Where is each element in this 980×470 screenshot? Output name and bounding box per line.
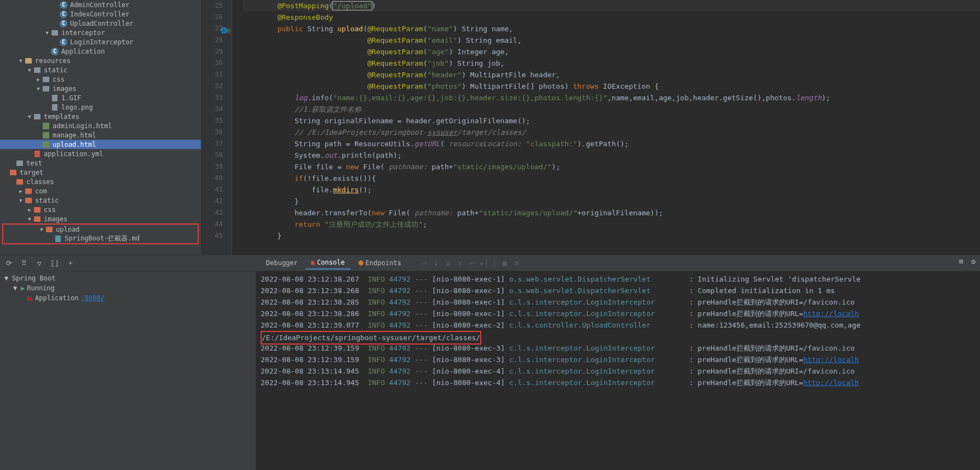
log-line[interactable]: 2022-08-08 23:12:38.268 INFO 44792 --- [… [261, 285, 976, 296]
gutter-line[interactable]: 25 [201, 0, 223, 12]
code-line[interactable]: header.transferTo(new File( pathname: pa… [243, 207, 980, 219]
code-line[interactable]: return "注册用户成功/文件上传成功"; [243, 219, 980, 230]
tab-debugger[interactable]: Debugger [261, 257, 303, 269]
tree-item-resources[interactable]: ▼resources [0, 56, 201, 65]
tree-item-UploadController[interactable]: UploadController [0, 19, 201, 28]
gutter-line[interactable]: 38 [201, 150, 223, 161]
run-status[interactable]: ▼▶ Running [4, 283, 251, 293]
code-line[interactable]: log.info("name:{},email:{},age:{},job:{}… [243, 92, 980, 104]
code-line[interactable]: File file = new File( pathname: path+"st… [243, 161, 980, 173]
log-line[interactable]: /E:/IdeaProjects/springboot-sysuser/targ… [261, 331, 976, 342]
code-line[interactable]: String path = ResourceUtils.getURL( reso… [243, 138, 980, 150]
log-line[interactable]: 2022-08-08 23:13:14.945 INFO 44792 --- [… [261, 365, 976, 377]
expand-arrow-icon[interactable]: ▶ [26, 207, 33, 213]
expand-arrow-icon[interactable]: ▼ [26, 67, 33, 73]
tree-item-logo-png[interactable]: logo.png [0, 102, 201, 112]
log-line[interactable]: 2022-08-08 23:12:38.286 INFO 44792 --- [… [261, 308, 976, 319]
code-line[interactable]: @RequestParam("age") Integer age, [243, 46, 980, 58]
drop-frame-icon[interactable]: ⤺ [468, 259, 477, 267]
tree-item-test[interactable]: test [0, 158, 201, 168]
filter-icon[interactable]: ▽ [35, 259, 44, 267]
gutter-line[interactable]: 37 [201, 138, 223, 150]
log-line[interactable]: 2022-08-08 23:12:39.159 INFO 44792 --- [… [261, 342, 976, 354]
expand-arrow-icon[interactable]: ▼ [26, 216, 33, 222]
log-line[interactable]: 2022-08-08 23:13:14.945 INFO 44792 --- [… [261, 377, 976, 388]
console-output[interactable]: 2022-08-08 23:12:38.267 INFO 44792 --- [… [256, 271, 980, 470]
tree-item-IndexController[interactable]: IndexController [0, 9, 201, 19]
gutter-line[interactable]: 30 [201, 58, 223, 69]
url-link[interactable]: http://localh [803, 379, 859, 387]
tree-item-Application[interactable]: Application [0, 47, 201, 56]
code-line[interactable]: @PostMapping("/upload") [243, 0, 980, 12]
bookmark-icon[interactable]: ⟦⟧ [50, 259, 59, 267]
expand-arrow-icon[interactable]: ▼ [26, 114, 33, 119]
code-line[interactable]: String originalFilename = header.getOrig… [243, 115, 980, 127]
tree-item-css[interactable]: ▶css [0, 74, 201, 84]
code-line[interactable]: } [243, 196, 980, 207]
code-line[interactable]: if(!file.exists()){ [243, 173, 980, 184]
gutter-line[interactable]: 35 [201, 115, 223, 127]
tree-item-com[interactable]: ▶com [0, 186, 201, 196]
code-line[interactable]: @ResponseBody [243, 12, 980, 23]
tree-item-static[interactable]: ▼static [0, 65, 201, 74]
tree-item-SpringBoot-md[interactable]: SpringBoot-拦截器.md [3, 234, 198, 243]
tab-console[interactable]: ▣ Console [305, 256, 350, 270]
run-root[interactable]: ▼Spring Boot [4, 273, 251, 283]
url-link[interactable]: http://localh [803, 309, 859, 318]
tree-item-upload-html[interactable]: upload.html [0, 140, 201, 149]
tree-item-target[interactable]: target [0, 168, 201, 177]
step-out-icon[interactable]: ↑ [456, 259, 465, 267]
gutter-line[interactable]: 32 [201, 81, 223, 92]
code-area[interactable]: @PostMapping("/upload") @ResponseBody pu… [232, 0, 980, 255]
tree-item-templates[interactable]: ▼templates [0, 112, 201, 121]
gutter-line[interactable]: 44 [201, 219, 223, 230]
tree-item-css[interactable]: ▶css [0, 205, 201, 214]
gutter-line[interactable]: 29 [201, 46, 223, 58]
code-editor[interactable]: 252627🌐@28293031323334353637383940414243… [201, 0, 980, 255]
code-line[interactable]: file.mkdirs(); [243, 184, 980, 196]
run-app[interactable]: Application :8080/ [4, 293, 251, 303]
tree-item-upload[interactable]: ▼upload [3, 225, 198, 234]
gutter-line[interactable]: 27🌐@ [201, 23, 223, 35]
code-line[interactable]: public String upload(@RequestParam("name… [243, 23, 980, 35]
run-tree[interactable]: ▼Spring Boot ▼▶ Running Application :808… [0, 271, 256, 470]
code-line[interactable]: @RequestParam("header") MultipartFile he… [243, 69, 980, 81]
threads-icon[interactable]: ⠿ [20, 259, 28, 267]
port-link[interactable]: :8080/ [80, 294, 104, 302]
tree-item-interceptor[interactable]: ▼interceptor [0, 28, 201, 37]
code-line[interactable]: @RequestParam("photos") MultipartFile[] … [243, 81, 980, 92]
gutter-line[interactable]: 31 [201, 69, 223, 81]
log-line[interactable]: 2022-08-08 23:12:39.159 INFO 44792 --- [… [261, 354, 976, 365]
step-into-icon[interactable]: ↓ [432, 259, 441, 267]
url-link[interactable]: http://localh [803, 356, 859, 364]
tree-item-classes[interactable]: classes [0, 177, 201, 186]
tree-item-images[interactable]: ▼images [0, 84, 201, 93]
tree-item-AdminController[interactable]: AdminController [0, 0, 201, 9]
expand-arrow-icon[interactable]: ▼ [44, 30, 50, 36]
gutter-line[interactable]: 34 [201, 104, 223, 115]
code-line[interactable]: @RequestParam("job") String job, [243, 58, 980, 69]
log-line[interactable]: 2022-08-08 23:12:38.285 INFO 44792 --- [… [261, 296, 976, 308]
gutter-line[interactable]: 28 [201, 35, 223, 46]
gutter-line[interactable]: 39 [201, 161, 223, 173]
gutter-line[interactable]: 43 [201, 207, 223, 219]
log-line[interactable]: 2022-08-08 23:12:38.267 INFO 44792 --- [… [261, 273, 976, 285]
code-line[interactable]: // /E:/IdeaProjects/springboot-sysuser/t… [243, 127, 980, 138]
evaluate-icon[interactable]: ▦ [500, 259, 509, 267]
log-line[interactable]: 2022-08-08 23:12:39.077 INFO 44792 --- [… [261, 319, 976, 331]
gutter-line[interactable]: 36 [201, 127, 223, 138]
gutter-line[interactable]: 26 [201, 12, 223, 23]
gutter-line[interactable]: 33 [201, 92, 223, 104]
tree-item-application-yml[interactable]: application.yml [0, 149, 201, 158]
tree-item-1-GIF[interactable]: 1.GIF [0, 93, 201, 102]
tab-endpoints[interactable]: ⬢ Endpoints [353, 257, 407, 269]
tree-item-LoginInterceptor[interactable]: LoginInterceptor [0, 37, 201, 47]
tree-item-images[interactable]: ▼images [0, 214, 201, 223]
expand-arrow-icon[interactable]: ▼ [35, 86, 42, 91]
code-line[interactable]: System.out.println(path); [243, 150, 980, 161]
code-line[interactable]: //1.获取源文件名称 [243, 104, 980, 115]
run-to-cursor-icon[interactable]: ▸│ [480, 259, 489, 267]
gutter-line[interactable]: 40 [201, 173, 223, 184]
project-tree[interactable]: AdminControllerIndexControllerUploadCont… [0, 0, 201, 255]
expand-arrow-icon[interactable]: ▶ [18, 188, 24, 194]
